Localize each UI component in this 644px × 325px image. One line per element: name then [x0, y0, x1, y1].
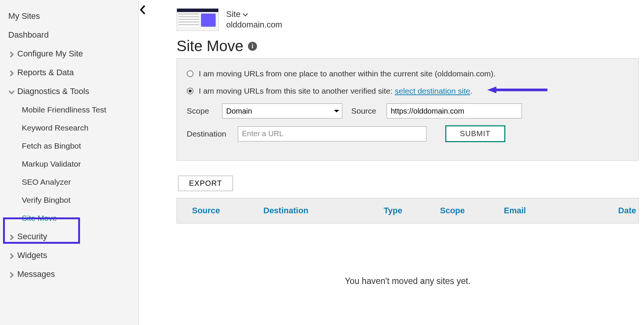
- nav-label: Diagnostics & Tools: [17, 87, 89, 96]
- chevron-right-icon: [8, 252, 15, 259]
- option-label: I am moving URLs from one place to anoth…: [199, 69, 496, 78]
- destination-label: Destination: [187, 129, 233, 138]
- th-date[interactable]: Date: [606, 206, 636, 216]
- destination-input[interactable]: [238, 126, 426, 141]
- site-dropdown-label[interactable]: Site: [226, 9, 240, 19]
- nav-label: Fetch as Bingbot: [22, 141, 81, 150]
- subnav-site-move[interactable]: Site Move: [0, 209, 138, 227]
- nav-configure-my-site[interactable]: Configure My Site: [0, 44, 138, 63]
- export-button[interactable]: EXPORT: [178, 176, 233, 191]
- option-prefix: I am moving URLs from this site to anoth…: [199, 87, 395, 95]
- site-url: olddomain.com: [226, 20, 282, 30]
- source-label: Source: [351, 106, 381, 115]
- radio-other[interactable]: [187, 88, 194, 94]
- page-title: Site Move i: [177, 38, 644, 55]
- subnav-verify-bingbot[interactable]: Verify Bingbot: [0, 191, 138, 209]
- scope-label: Scope: [187, 106, 217, 115]
- annotation-arrow-icon: [487, 86, 547, 96]
- nav-messages[interactable]: Messages: [0, 265, 138, 284]
- nav-label: Reports & Data: [17, 68, 74, 77]
- source-input[interactable]: [387, 103, 522, 118]
- scope-select[interactable]: Domain: [222, 103, 342, 118]
- svg-marker-1: [487, 87, 496, 93]
- moves-table-header: Source Destination Type Scope Email Date: [177, 198, 639, 223]
- chevron-right-icon: [8, 271, 15, 278]
- option-move-within[interactable]: I am moving URLs from one place to anoth…: [187, 69, 629, 78]
- chevron-right-icon: [8, 50, 15, 57]
- radio-within[interactable]: [187, 70, 194, 77]
- subnav-seo-analyzer[interactable]: SEO Analyzer: [0, 173, 138, 191]
- page-title-text: Site Move: [177, 38, 243, 55]
- subnav-fetch-bingbot[interactable]: Fetch as Bingbot: [0, 137, 138, 155]
- nav-my-sites[interactable]: My Sites: [0, 7, 138, 26]
- nav-label: Keyword Research: [22, 123, 88, 132]
- nav-diagnostics-tools[interactable]: Diagnostics & Tools: [0, 82, 138, 101]
- subnav-keyword-research[interactable]: Keyword Research: [0, 119, 138, 137]
- th-scope[interactable]: Scope: [440, 206, 489, 216]
- nav-label: Dashboard: [8, 30, 49, 40]
- th-type[interactable]: Type: [384, 206, 425, 216]
- nav-reports-data[interactable]: Reports & Data: [0, 63, 138, 82]
- nav-label: Verify Bingbot: [22, 196, 71, 204]
- caret-down-icon[interactable]: [243, 9, 248, 19]
- info-icon[interactable]: i: [248, 42, 257, 51]
- th-source[interactable]: Source: [192, 206, 248, 216]
- nav-label: SEO Analyzer: [22, 178, 71, 186]
- nav-label: Widgets: [17, 251, 47, 260]
- collapse-sidebar-icon[interactable]: [140, 5, 146, 17]
- nav-label: Site Move: [22, 214, 57, 222]
- nav-security[interactable]: Security: [0, 227, 138, 246]
- select-destination-link[interactable]: select destination site: [395, 87, 470, 95]
- chevron-right-icon: [8, 233, 15, 240]
- nav-label: Configure My Site: [17, 49, 83, 59]
- main-content: Site olddomain.com Site Move i I am movi…: [139, 0, 644, 325]
- nav-label: Messages: [17, 269, 55, 279]
- option-move-other[interactable]: I am moving URLs from this site to anoth…: [187, 86, 629, 96]
- nav-label: Markup Validator: [22, 159, 81, 168]
- site-move-form-panel: I am moving URLs from one place to anoth…: [177, 58, 639, 161]
- sidebar: My Sites Dashboard Configure My Site Rep…: [0, 0, 139, 325]
- site-thumbnail[interactable]: [177, 8, 219, 31]
- period: .: [470, 87, 473, 95]
- nav-label: Security: [17, 232, 47, 241]
- subnav-mobile-friendliness[interactable]: Mobile Friendliness Test: [0, 101, 138, 119]
- chevron-down-icon: [8, 88, 15, 95]
- option-label: I am moving URLs from this site to anoth…: [199, 87, 472, 96]
- nav-dashboard[interactable]: Dashboard: [0, 26, 138, 44]
- th-destination[interactable]: Destination: [263, 206, 369, 216]
- submit-button[interactable]: SUBMIT: [445, 125, 505, 142]
- nav-widgets[interactable]: Widgets: [0, 246, 138, 265]
- site-header: Site olddomain.com: [177, 8, 644, 31]
- th-email[interactable]: Email: [504, 206, 549, 216]
- table-empty-message: You haven't moved any sites yet.: [177, 276, 639, 286]
- chevron-right-icon: [8, 69, 15, 76]
- nav-label: My Sites: [8, 11, 40, 21]
- subnav-markup-validator[interactable]: Markup Validator: [0, 155, 138, 173]
- nav-label: Mobile Friendliness Test: [22, 105, 106, 114]
